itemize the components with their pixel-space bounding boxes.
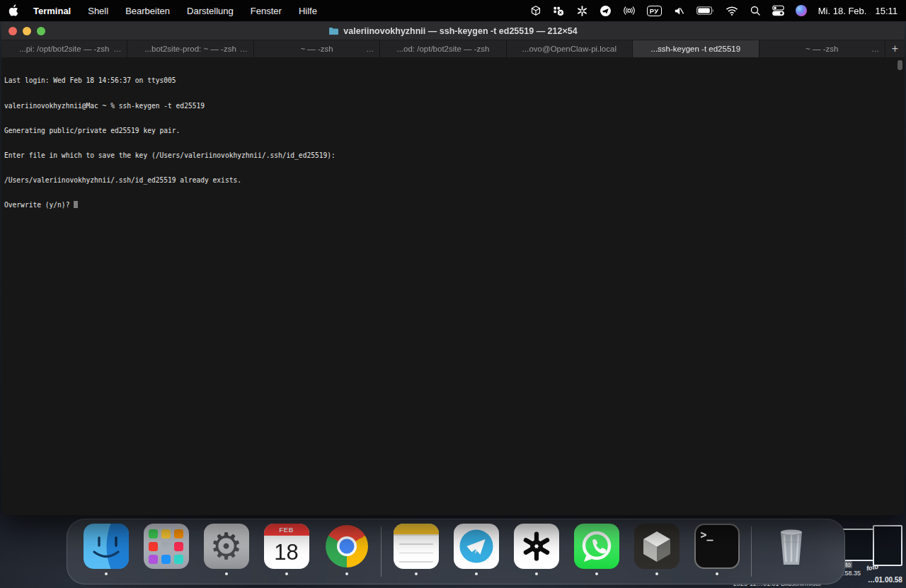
running-indicator [595,572,598,575]
proxy-folder-icon[interactable] [328,27,339,35]
window-controls [8,22,45,40]
dock-item-system-settings[interactable]: ⚙ [196,524,256,575]
finder-icon [84,524,129,569]
tab-zsh-2[interactable]: ~ — -zsh… [759,40,885,57]
tab-zsh-1[interactable]: ~ — -zsh… [254,40,380,57]
cube-icon[interactable] [530,4,541,18]
zoom-button[interactable] [37,27,45,35]
launchpad-icon [144,524,189,569]
dock-item-calendar[interactable]: FEB 18 [256,524,316,575]
menu-item-darstellung[interactable]: Darstellung [187,6,234,16]
dock-item-terminal[interactable]: >_ [687,524,747,575]
terminal-line: Generating public/private ed25519 key pa… [4,127,898,135]
running-indicator [655,572,658,575]
menu-item-shell[interactable]: Shell [88,6,108,16]
dock-item-whatsapp[interactable] [566,524,626,575]
hotspot-icon[interactable] [623,4,636,18]
running-indicator [415,572,418,575]
tab-bar: ...pi: /opt/bot2site — -zsh… ...bot2site… [1,40,905,57]
spotlight-icon[interactable] [750,4,761,18]
settings-gear-icon: ⚙ [204,524,249,569]
tab-overflow-indicator[interactable]: … [871,45,880,53]
new-tab-button[interactable]: + [885,40,905,57]
dock-item-launchpad[interactable] [136,524,196,575]
desktop-file-label[interactable]: foto [866,563,878,572]
running-indicator [716,572,718,575]
running-indicator [345,572,348,575]
dock-item-chrome[interactable] [316,524,377,575]
mute-icon[interactable] [673,4,685,18]
notes-icon [394,524,439,569]
terminal-window: valeriinovokhyzhnii — ssh-keygen -t ed25… [1,22,905,515]
menu-item-bearbeiten[interactable]: Bearbeiten [125,6,170,16]
window-title: valeriinovokhyzhnii — ssh-keygen -t ed25… [343,26,577,36]
time-text: 15:11 [875,6,898,16]
dock-item-finder[interactable] [76,524,136,575]
siri-icon[interactable] [796,5,807,16]
terminal-glyph: >_ [701,529,713,541]
tab-openclaw-pi[interactable]: ...ovo@OpenClaw-pi.local [507,40,633,57]
dock: ⚙ FEB 18 >_ [67,519,845,584]
tab-overflow-indicator[interactable]: … [113,45,122,53]
calendar-month: FEB [264,524,309,536]
running-indicator [285,572,288,575]
tab-label: ...ovo@OpenClaw-pi.local [522,45,617,53]
terminal-line: Last login: Wed Feb 18 14:56:37 on ttys0… [4,76,898,85]
window-titlebar[interactable]: valeriinovokhyzhnii — ssh-keygen -t ed25… [1,22,905,40]
dock-item-trash[interactable] [756,524,827,575]
running-indicator [535,572,538,575]
chrome-icon [324,524,369,569]
terminal-prompt-line: Overwrite (y/n)? [4,201,898,209]
terminal-line: /Users/valeriinovokhyzhnii/.ssh/id_ed255… [4,176,898,185]
terminal-cursor [74,201,78,208]
menu-bar-clock[interactable]: Mi. 18. Feb. 15:11 [818,6,898,16]
wifi-icon[interactable] [726,4,738,18]
minimize-button[interactable] [23,27,31,35]
running-indicator [475,572,478,575]
tab-label: ...od: /opt/bot2site — -zsh [396,45,489,53]
dock-divider [381,526,382,577]
scrollbar-thumb[interactable] [898,60,902,70]
menu-app-name[interactable]: Terminal [33,6,71,16]
dock-divider [751,526,752,577]
dock-item-chatgpt[interactable] [506,524,566,575]
control-center-icon[interactable] [772,4,784,18]
tab-ssh-keygen-active[interactable]: ...ssh-keygen -t ed25519 [633,40,759,57]
menu-item-hilfe[interactable]: Hilfe [299,6,317,16]
tab-bot2site-prod[interactable]: ...bot2site-prod: ~ — -zsh… [127,40,253,57]
tab-label: ...pi: /opt/bot2site — -zsh [19,45,109,53]
calendar-icon: FEB 18 [264,524,309,569]
sync-badge-icon[interactable] [553,4,565,18]
tab-overflow-indicator[interactable]: … [240,45,248,53]
desktop-screenshot-thumbnail[interactable] [873,525,902,566]
tab-label: ...bot2site-prod: ~ — -zsh [144,45,236,53]
calendar-day: 18 [264,536,309,569]
chatgpt-app-icon [514,524,559,569]
keyboard-layout-indicator[interactable]: РУ [647,6,662,16]
running-indicator [105,572,108,575]
dock-item-telegram[interactable] [446,524,506,575]
apple-menu-icon[interactable] [8,4,19,18]
telegram-icon[interactable] [600,4,612,18]
menu-item-fenster[interactable]: Fenster [251,6,282,16]
dock-item-notes[interactable] [386,524,446,575]
terminal-app-icon: >_ [694,524,740,569]
close-button[interactable] [8,27,17,35]
tab-bot2site-od[interactable]: ...od: /opt/bot2site — -zsh [380,40,506,57]
battery-icon[interactable] [696,4,714,18]
tab-bot2site[interactable]: ...pi: /opt/bot2site — -zsh… [1,40,127,57]
cube-app-icon [634,524,680,569]
desktop-file-label[interactable]: …01.00.58 [868,576,902,584]
tab-overflow-indicator[interactable]: … [366,45,374,53]
chatgpt-icon[interactable] [576,4,588,18]
whatsapp-icon [574,524,619,569]
terminal-line: valeriinovokhyzhnii@Mac ~ % ssh-keygen -… [4,102,898,110]
telegram-app-icon [454,524,499,569]
date-text: Mi. 18. Feb. [818,6,867,16]
terminal-content[interactable]: Last login: Wed Feb 18 14:56:37 on ttys0… [1,57,905,515]
terminal-line: Enter file in which to save the key (/Us… [4,151,898,160]
dock-item-3d-cube-app[interactable] [626,524,687,575]
tab-label: ~ — -zsh [805,45,838,53]
menu-bar: Terminal Shell Bearbeiten Darstellung Fe… [0,0,906,21]
tab-label: ~ — -zsh [300,45,333,53]
